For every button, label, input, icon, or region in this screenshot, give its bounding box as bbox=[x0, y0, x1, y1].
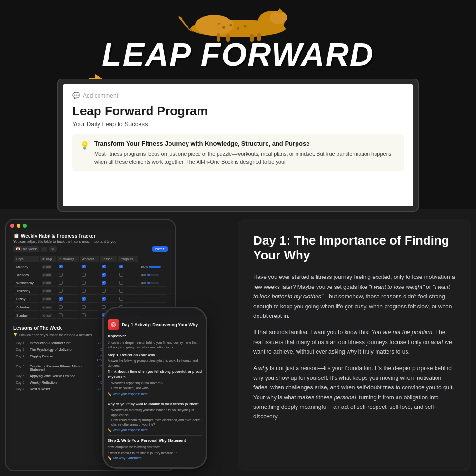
phone-inner: 🎯 Day 1 Activity: Discovering Your Why O… bbox=[104, 315, 206, 466]
check-cell-1-2[interactable] bbox=[100, 271, 117, 278]
lesson-title-0: Introduction & Mindset Shift bbox=[29, 340, 95, 346]
check-cell-3-0[interactable] bbox=[57, 288, 79, 295]
check-cell-5-1[interactable] bbox=[80, 304, 99, 311]
lesson-day-1: Day 2 bbox=[14, 347, 28, 353]
status-cell: OPEN bbox=[40, 279, 56, 287]
maximize-dot[interactable] bbox=[23, 224, 27, 228]
check-cell-3-3[interactable] bbox=[118, 288, 138, 295]
tracker-title: 📋 Weekly Habit & Progress Tracker bbox=[13, 233, 168, 238]
phone-mockup: 🎯 Day 1 Activity: Discovering Your Why O… bbox=[102, 307, 207, 469]
phone-step2-title: Step 2: Write Your Personal Why Statemen… bbox=[108, 438, 202, 444]
check-cell-1-0[interactable] bbox=[57, 271, 79, 278]
filter-btn[interactable]: ⊘ bbox=[49, 246, 57, 252]
check-cell-4-2[interactable] bbox=[100, 296, 117, 303]
callout-box: 💡 Transform Your Fitness Journey with Kn… bbox=[72, 134, 404, 171]
svg-point-4 bbox=[222, 26, 225, 29]
tracker-row: Friday OPEN bbox=[14, 296, 167, 303]
add-comment-row[interactable]: 💬 Add comment bbox=[72, 92, 404, 99]
svg-rect-12 bbox=[257, 33, 261, 41]
filter-icon: ⊘ bbox=[51, 247, 54, 251]
check-cell-2-0[interactable] bbox=[57, 279, 79, 287]
callout-body: Most fitness programs focus on just one … bbox=[94, 150, 396, 166]
lesson-title-1: The Psychology of Motivation bbox=[29, 347, 95, 353]
phone-q-bullet-2: How would becoming stronger, more discip… bbox=[108, 418, 202, 427]
col-days: Days bbox=[14, 256, 39, 262]
progress-cell: 100% bbox=[139, 263, 167, 270]
phone-step1-title: Step 1: Reflect on Your Why bbox=[108, 352, 202, 357]
lesson-title-2: Digging Deeper bbox=[29, 354, 95, 363]
add-comment-text: Add comment bbox=[83, 92, 118, 99]
status-cell: OPEN bbox=[40, 296, 56, 303]
tracker-subtitle: You can adjust this table to track the h… bbox=[13, 239, 168, 244]
lesson-day-2: Day 3 bbox=[14, 354, 28, 363]
callout-content: Transform Your Fitness Journey with Know… bbox=[94, 140, 396, 166]
phone-body: Objective: Uncover the deeper reason beh… bbox=[108, 333, 202, 461]
check-cell-5-0[interactable] bbox=[57, 304, 79, 311]
progress-cell: 25% bbox=[139, 279, 167, 287]
check-cell-0-2[interactable] bbox=[100, 263, 117, 270]
lesson-title-4: Applying What You've Learned bbox=[29, 373, 95, 379]
check-cell-1-3[interactable] bbox=[118, 271, 138, 278]
hero-title: LEAP FORWARD bbox=[102, 38, 374, 70]
check-cell-3-2[interactable] bbox=[100, 288, 117, 295]
reading-title: Day 1: The Importance of Finding Your Wh… bbox=[253, 233, 456, 263]
check-cell-0-1[interactable] bbox=[80, 263, 99, 270]
check-cell-2-2[interactable] bbox=[100, 279, 117, 287]
svg-point-3 bbox=[270, 11, 287, 24]
bulb-icon: 💡 bbox=[80, 141, 89, 150]
check-cell-1-1[interactable] bbox=[80, 271, 99, 278]
window-controls bbox=[6, 220, 175, 229]
col-lesson: Lesson bbox=[100, 256, 117, 262]
status-cell: OPEN bbox=[40, 304, 56, 311]
tracker-emoji: 📋 bbox=[13, 233, 19, 238]
pencil-icon-3: ✏️ bbox=[108, 456, 112, 461]
svg-point-1 bbox=[195, 15, 233, 36]
check-cell-6-0[interactable] bbox=[57, 312, 79, 319]
progress-cell bbox=[139, 296, 167, 303]
svg-rect-11 bbox=[250, 34, 254, 42]
hero-section: LEAP FORWARD 💬 Add comment Leap Forward … bbox=[0, 0, 476, 209]
check-cell-2-1[interactable] bbox=[80, 279, 99, 287]
check-cell-2-3[interactable] bbox=[118, 279, 138, 287]
phone-step2-desc: Now, complete the following sentence: bbox=[108, 445, 202, 450]
check-cell-4-3[interactable] bbox=[118, 296, 138, 303]
separator-1 bbox=[108, 399, 202, 399]
svg-point-6 bbox=[237, 27, 239, 30]
status-cell: OPEN bbox=[40, 271, 56, 278]
tracker-row: Tuesday OPEN 25% bbox=[14, 271, 167, 278]
lesson-day-5: Day 6 bbox=[14, 380, 28, 386]
check-cell-4-1[interactable] bbox=[80, 296, 99, 303]
svg-marker-13 bbox=[276, 8, 283, 13]
new-button[interactable]: New ▾ bbox=[152, 246, 168, 252]
check-cell-3-1[interactable] bbox=[80, 288, 99, 295]
this-week-btn[interactable]: 📅 This Week bbox=[13, 246, 39, 252]
check-cell-4-0[interactable] bbox=[57, 296, 79, 303]
cheetah-image bbox=[176, 7, 300, 43]
col-workout: Workout bbox=[80, 256, 99, 262]
phone-my-why: ✏️ My Why Statement: bbox=[108, 456, 202, 461]
minimize-dot[interactable] bbox=[17, 224, 20, 228]
phone-bullet-1: What was happening in that moment? bbox=[108, 381, 202, 386]
svg-point-8 bbox=[218, 23, 220, 25]
status-cell: OPEN bbox=[40, 263, 56, 270]
check-cell-6-1[interactable] bbox=[80, 312, 99, 319]
sort-icon: ↕ bbox=[43, 248, 45, 251]
phone-header: 🎯 Day 1 Activity: Discovering Your Why bbox=[108, 319, 202, 330]
svg-rect-9 bbox=[217, 33, 220, 42]
sort-btn[interactable]: ↕ bbox=[41, 247, 48, 252]
status-cell: OPEN bbox=[40, 288, 56, 295]
hint-bulb: 💡 bbox=[13, 333, 18, 337]
close-dot[interactable] bbox=[10, 224, 14, 228]
reading-inner: Day 1: The Importance of Finding Your Wh… bbox=[238, 219, 471, 471]
phone-think-prompt: Think about a time when you felt strong,… bbox=[108, 369, 202, 379]
tracker-controls: 📅 This Week ↕ ⊘ New ▾ bbox=[13, 246, 168, 252]
day-cell: Tuesday bbox=[14, 271, 39, 278]
check-cell-0-0[interactable] bbox=[57, 263, 79, 270]
calendar-icon: 📅 bbox=[16, 247, 20, 251]
reading-para-2: If that sounds familiar, I want you to k… bbox=[253, 327, 456, 357]
day-cell: Sunday bbox=[14, 312, 39, 319]
program-title: Leap Forward Program bbox=[72, 104, 404, 119]
check-cell-0-3[interactable] bbox=[118, 263, 138, 270]
separator-2 bbox=[108, 435, 202, 436]
reading-panel: Day 1: The Importance of Finding Your Wh… bbox=[238, 219, 471, 471]
